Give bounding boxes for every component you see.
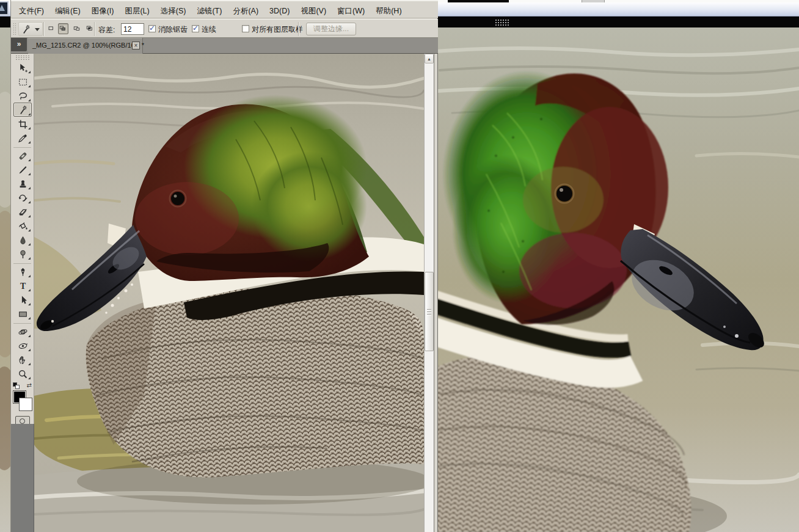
separator — [43, 22, 45, 36]
tolerance-label: 容差: — [98, 25, 115, 35]
brush-tool[interactable] — [13, 162, 32, 177]
new-selection-mode-button[interactable] — [46, 23, 57, 34]
options-bar-grip[interactable] — [13, 23, 16, 35]
magic-wand-tool[interactable] — [13, 103, 32, 117]
history-brush-tool[interactable] — [13, 191, 32, 205]
path-selection-tool[interactable] — [13, 293, 32, 307]
subtract-from-selection-mode-button[interactable] — [72, 23, 82, 34]
document-tab[interactable]: _MG_1215.CR2 @ 100%(RGB/16*) * × — [28, 38, 143, 54]
eraser-tool[interactable] — [13, 205, 32, 219]
document-canvas[interactable] — [34, 54, 424, 532]
scrollbar-thumb[interactable] — [425, 272, 434, 351]
toolbox-divider — [13, 261, 31, 264]
spot-healing-brush-tool[interactable] — [13, 148, 32, 162]
toolbox-mini-row: ⇄ — [11, 382, 34, 390]
color-swatches — [11, 390, 34, 414]
toolbox-grip[interactable] — [15, 55, 29, 60]
eyedropper-tool[interactable] — [13, 131, 32, 145]
3d-rotate-tool[interactable] — [13, 324, 32, 338]
contiguous-checkbox[interactable]: ✓连续 — [192, 24, 216, 34]
toolbox-divider — [13, 145, 31, 148]
toolbox-collapse-button[interactable]: » — [11, 38, 27, 51]
background-color-swatch[interactable] — [19, 398, 32, 411]
menu-filter[interactable]: 滤镜(T) — [191, 5, 227, 18]
vertical-scrollbar[interactable]: ▲ — [424, 54, 434, 532]
menu-view[interactable]: 视图(V) — [295, 5, 332, 18]
menu-layer[interactable]: 图层(L) — [119, 5, 155, 18]
add-to-selection-mode-button[interactable] — [58, 23, 68, 34]
refine-edge-button[interactable]: 调整边缘... — [306, 23, 356, 35]
menu-3d[interactable]: 3D(D) — [264, 5, 295, 16]
menu-edit[interactable]: 编辑(E) — [49, 5, 86, 18]
close-icon[interactable]: × — [132, 42, 140, 49]
blur-tool[interactable] — [13, 233, 32, 247]
tolerance-input[interactable] — [121, 23, 144, 35]
zoom-tool[interactable] — [13, 366, 32, 381]
menu-select[interactable]: 选择(S) — [155, 5, 192, 18]
background-window-icon — [0, 1, 9, 15]
photoshop-window: 文件(F)编辑(E)图像(I)图层(L)选择(S)滤镜(T)分析(A)3D(D)… — [10, 0, 437, 532]
swap-colors-icon[interactable]: ⇄ — [27, 382, 32, 388]
tool-preset-dropdown[interactable] — [18, 22, 43, 36]
move-tool[interactable] — [13, 60, 32, 75]
separator — [94, 22, 95, 36]
canvas-duck-photo — [34, 54, 424, 532]
menu-window[interactable]: 窗口(W) — [332, 5, 370, 18]
magic-wand-icon — [21, 24, 31, 35]
menu-file[interactable]: 文件(F) — [13, 5, 49, 18]
chevron-down-icon — [35, 28, 40, 31]
document-tab-title: _MG_1215.CR2 @ 100%(RGB/16*) * — [32, 42, 144, 49]
menu-help[interactable]: 帮助(H) — [370, 5, 407, 18]
menu-bar: 文件(F)编辑(E)图像(I)图层(L)选择(S)滤镜(T)分析(A)3D(D)… — [11, 0, 438, 18]
panel-well — [11, 424, 34, 532]
options-bar: 容差: ✓消除锯齿✓连续对所有图层取样 调整边缘... — [11, 19, 438, 38]
3d-orbit-tool[interactable] — [13, 338, 32, 352]
toolbox-panel: T ⇄ — [11, 54, 34, 424]
window-right-edge — [434, 54, 438, 532]
rectangular-marquee-tool[interactable] — [13, 75, 32, 89]
menu-analysis[interactable]: 分析(A) — [227, 5, 264, 18]
sample-all-layers-checkbox[interactable]: 对所有图层取样 — [242, 24, 303, 34]
clone-stamp-tool[interactable] — [13, 177, 32, 191]
crop-tool[interactable] — [13, 117, 32, 131]
svg-text:T: T — [20, 282, 25, 291]
scroll-up-button[interactable]: ▲ — [425, 54, 434, 64]
document-tab-bar: » _MG_1215.CR2 @ 100%(RGB/16*) * × — [11, 38, 438, 54]
hand-tool[interactable] — [13, 352, 32, 366]
dodge-tool[interactable] — [13, 247, 32, 261]
toolbox-tools: T — [11, 60, 34, 381]
lasso-tool[interactable] — [13, 89, 32, 103]
toolbar-grip-dots-icon — [495, 19, 509, 26]
anti-alias-checkbox[interactable]: ✓消除锯齿 — [148, 24, 188, 34]
separator — [298, 22, 299, 36]
paint-bucket-tool[interactable] — [13, 219, 32, 233]
menu-image[interactable]: 图像(I) — [86, 5, 120, 18]
default-colors-icon[interactable] — [13, 382, 20, 389]
pen-tool[interactable] — [13, 264, 32, 279]
shape-tool[interactable] — [13, 307, 32, 321]
toolbox-divider — [13, 321, 31, 324]
type-tool[interactable]: T — [13, 279, 32, 293]
